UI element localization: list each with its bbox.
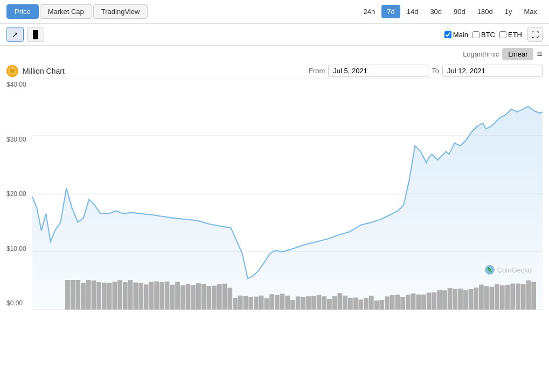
watermark: 🦎 CoinGecko bbox=[485, 265, 532, 275]
volume-bar bbox=[332, 296, 337, 310]
y-label-40: $40.00 bbox=[6, 81, 36, 88]
volume-bar bbox=[374, 300, 379, 310]
time-btn-30d[interactable]: 30d bbox=[425, 5, 447, 18]
svg-text:M: M bbox=[10, 68, 15, 74]
volume-bar bbox=[175, 282, 180, 310]
volume-bar bbox=[102, 283, 107, 310]
time-btn-1y[interactable]: 1y bbox=[499, 5, 518, 18]
volume-bar bbox=[458, 289, 463, 310]
volume-bar bbox=[264, 298, 269, 310]
linear-button[interactable]: Linear bbox=[502, 48, 533, 60]
volume-bar bbox=[516, 284, 520, 310]
volume-bar bbox=[296, 296, 301, 310]
volume-bar bbox=[275, 295, 280, 310]
volume-bar bbox=[531, 282, 536, 310]
volume-bar bbox=[81, 283, 86, 310]
volume-bar bbox=[343, 296, 348, 310]
volume-bar bbox=[138, 283, 143, 310]
volume-bar bbox=[244, 296, 248, 310]
volume-bar bbox=[206, 286, 211, 310]
scale-bar: Logarithmic Linear ≡ bbox=[0, 46, 549, 62]
main-checkbox[interactable] bbox=[444, 31, 451, 38]
chart-title-group: M Million Chart bbox=[6, 65, 65, 77]
volume-bar bbox=[107, 283, 112, 310]
volume-bar bbox=[117, 280, 122, 310]
toolbar-left: ↗ ▐▌ bbox=[6, 27, 44, 42]
top-bar: Price Market Cap TradingView 24h 7d 14d … bbox=[0, 0, 549, 24]
volume-bar bbox=[385, 296, 390, 310]
volume-bar bbox=[500, 285, 505, 310]
volume-bar bbox=[379, 300, 384, 310]
from-label: From bbox=[309, 67, 325, 75]
btc-checkbox-label[interactable]: BTC bbox=[472, 31, 495, 39]
y-label-20: $20.00 bbox=[6, 190, 36, 198]
logarithmic-label[interactable]: Logarithmic bbox=[463, 50, 499, 58]
coin-svg: M bbox=[6, 65, 18, 77]
checkbox-group: Main BTC ETH bbox=[444, 31, 522, 39]
volume-bar bbox=[421, 295, 426, 310]
volume-bar bbox=[112, 282, 117, 310]
volume-bar bbox=[364, 298, 369, 310]
volume-bar bbox=[223, 284, 227, 310]
volume-bar bbox=[217, 284, 222, 310]
volume-bar bbox=[322, 296, 326, 310]
tab-price[interactable]: Price bbox=[6, 4, 39, 19]
volume-bar bbox=[301, 297, 305, 310]
volume-bar bbox=[400, 297, 405, 310]
volume-bar bbox=[390, 295, 395, 310]
price-chart-svg bbox=[32, 78, 543, 310]
volume-bar bbox=[165, 282, 170, 310]
tab-trading-view[interactable]: TradingView bbox=[93, 4, 148, 19]
candle-chart-icon: ▐▌ bbox=[30, 30, 41, 39]
y-label-10: $10.00 bbox=[6, 245, 36, 253]
volume-bar bbox=[453, 289, 457, 310]
chart-header: M Million Chart From To bbox=[0, 62, 549, 78]
volume-bar bbox=[92, 281, 96, 310]
volume-bar bbox=[427, 293, 432, 310]
toolbar-right: Main BTC ETH ⛶ bbox=[444, 27, 543, 42]
coingecko-logo: 🦎 bbox=[485, 265, 495, 275]
tab-group: Price Market Cap TradingView bbox=[6, 4, 148, 19]
tab-market-cap[interactable]: Market Cap bbox=[40, 4, 92, 19]
expand-button[interactable]: ⛶ bbox=[527, 27, 543, 42]
btc-label: BTC bbox=[481, 31, 495, 39]
expand-icon: ⛶ bbox=[531, 30, 539, 39]
time-btn-7d[interactable]: 7d bbox=[381, 5, 400, 18]
volume-bar bbox=[71, 280, 75, 310]
to-date-input[interactable] bbox=[442, 65, 543, 77]
volume-bar bbox=[170, 285, 175, 310]
volume-bar bbox=[96, 282, 101, 310]
volume-bar bbox=[128, 280, 133, 310]
volume-bar bbox=[186, 284, 191, 310]
candle-tool-button[interactable]: ▐▌ bbox=[27, 27, 44, 42]
from-date-input[interactable] bbox=[328, 65, 428, 77]
volume-bar bbox=[154, 282, 159, 310]
time-btn-max[interactable]: Max bbox=[518, 5, 543, 18]
volume-bar bbox=[469, 289, 474, 310]
volume-bar bbox=[474, 288, 478, 310]
eth-checkbox-label[interactable]: ETH bbox=[499, 31, 522, 39]
line-chart-icon: ↗ bbox=[12, 30, 18, 39]
volume-bar bbox=[212, 286, 217, 310]
volume-bar bbox=[280, 293, 285, 310]
time-btn-24h[interactable]: 24h bbox=[358, 5, 381, 18]
volume-bar bbox=[201, 284, 206, 310]
time-btn-180d[interactable]: 180d bbox=[472, 5, 498, 18]
coin-icon: M bbox=[6, 65, 18, 77]
volume-bar bbox=[133, 283, 138, 310]
time-btn-90d[interactable]: 90d bbox=[448, 5, 471, 18]
volume-bar bbox=[123, 282, 128, 310]
time-btn-14d[interactable]: 14d bbox=[401, 5, 424, 18]
volume-bar bbox=[521, 284, 526, 310]
to-label: To bbox=[432, 67, 439, 75]
chart-area: $40.00 $30.00 $20.00 $10.00 $0.00 bbox=[0, 78, 549, 342]
menu-icon[interactable]: ≡ bbox=[537, 48, 543, 60]
main-checkbox-label[interactable]: Main bbox=[444, 31, 468, 39]
eth-label: ETH bbox=[508, 31, 522, 39]
volume-bar bbox=[191, 285, 196, 310]
eth-checkbox[interactable] bbox=[499, 31, 506, 38]
volume-bar bbox=[180, 285, 185, 310]
volume-area: // bars will be drawn via JS below bbox=[65, 280, 536, 310]
btc-checkbox[interactable] bbox=[472, 31, 479, 38]
line-tool-button[interactable]: ↗ bbox=[6, 27, 24, 42]
